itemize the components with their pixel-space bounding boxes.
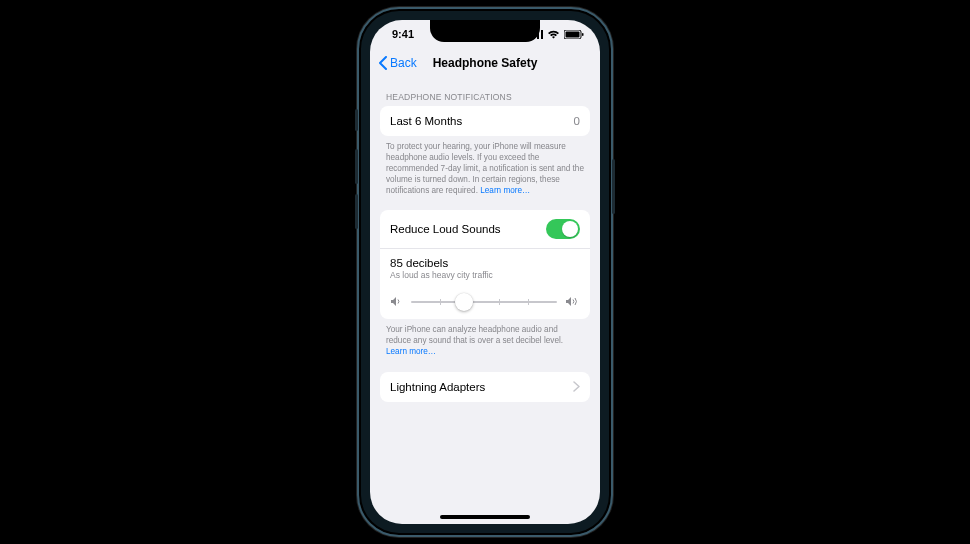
decibel-value: 85 decibels <box>390 257 580 269</box>
volume-down-button <box>355 194 358 229</box>
card-reduce-loud-sounds: Reduce Loud Sounds 85 decibels As loud a… <box>380 210 590 319</box>
reduce-loud-sounds-toggle[interactable] <box>546 219 580 239</box>
decibel-slider[interactable] <box>411 301 557 303</box>
learn-more-link[interactable]: Learn more… <box>386 347 436 356</box>
svg-rect-5 <box>566 31 580 37</box>
slider-thumb[interactable] <box>455 293 473 311</box>
nav-bar: Back Headphone Safety <box>370 48 600 78</box>
home-indicator[interactable] <box>440 515 530 519</box>
card-notifications: Last 6 Months 0 <box>380 106 590 136</box>
wifi-icon <box>547 30 560 39</box>
iphone-device-frame: 9:41 Back Headphone Safety HEADPHONE NOT… <box>357 7 613 537</box>
row-reduce-loud-sounds: Reduce Loud Sounds <box>380 210 590 248</box>
section-header-notifications: HEADPHONE NOTIFICATIONS <box>380 78 590 106</box>
content: HEADPHONE NOTIFICATIONS Last 6 Months 0 … <box>370 78 600 402</box>
mute-switch <box>355 109 358 131</box>
chevron-right-icon <box>573 381 580 392</box>
screen: 9:41 Back Headphone Safety HEADPHONE NOT… <box>370 20 600 524</box>
card-lightning-adapters: Lightning Adapters <box>380 372 590 402</box>
svg-rect-3 <box>541 30 543 39</box>
row-last-6-months[interactable]: Last 6 Months 0 <box>380 106 590 136</box>
row-value: 0 <box>574 115 580 127</box>
page-title: Headphone Safety <box>370 56 600 70</box>
footer-reduce: Your iPhone can analyze headphone audio … <box>380 319 590 357</box>
row-label: Last 6 Months <box>390 115 462 127</box>
speaker-high-icon <box>565 296 580 307</box>
row-lightning-adapters[interactable]: Lightning Adapters <box>380 372 590 402</box>
svg-rect-6 <box>582 33 584 36</box>
decibel-desc: As loud as heavy city traffic <box>390 270 580 280</box>
notch <box>430 20 540 42</box>
side-button <box>612 159 615 214</box>
toggle-label: Reduce Loud Sounds <box>390 223 501 235</box>
battery-icon <box>564 30 584 39</box>
row-decibel-value: 85 decibels As loud as heavy city traffi… <box>380 248 590 290</box>
footer-notifications: To protect your hearing, your iPhone wil… <box>380 136 590 196</box>
row-decibel-slider <box>380 290 590 319</box>
row-label: Lightning Adapters <box>390 381 485 393</box>
footer-text: Your iPhone can analyze headphone audio … <box>386 325 563 345</box>
volume-up-button <box>355 149 358 184</box>
speaker-low-icon <box>390 296 403 307</box>
status-time: 9:41 <box>386 28 414 40</box>
learn-more-link[interactable]: Learn more… <box>480 186 530 195</box>
toggle-knob <box>562 221 578 237</box>
